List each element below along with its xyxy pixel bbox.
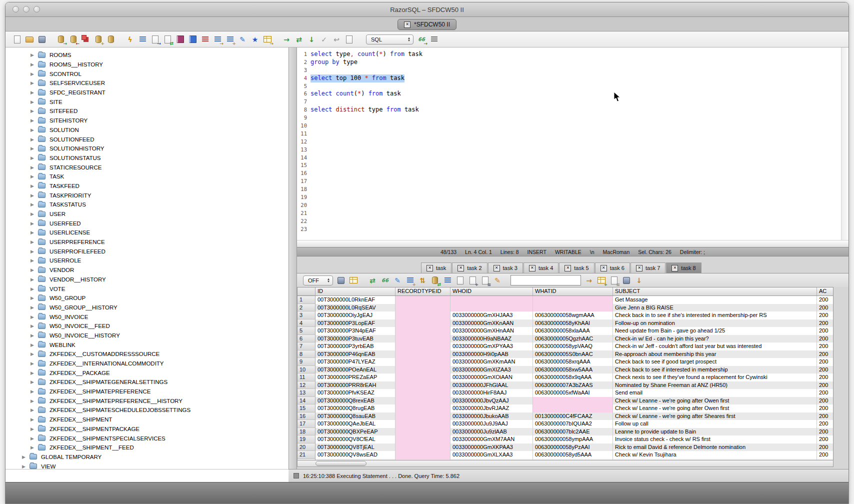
column-header[interactable]: WHOID (450, 288, 533, 296)
query-builder-icon[interactable]: → (213, 35, 222, 44)
tree-item[interactable]: ▶STATICRESOURCE (6, 162, 288, 172)
close-tab-icon[interactable]: ✕ (636, 265, 642, 272)
table-row[interactable]: 500T3000000P3N4pEAF0033000000GmXHnAAN006… (298, 327, 834, 335)
tree-item[interactable]: ▶ROOMS (6, 50, 288, 60)
save-results-icon[interactable] (336, 276, 346, 285)
edit-table-data-icon[interactable] (349, 276, 358, 285)
close-tab-icon[interactable]: ✕ (494, 265, 500, 272)
text-view-icon[interactable] (456, 276, 464, 285)
tree-item[interactable]: ▶VOTE (6, 284, 288, 294)
disclosure-triangle-icon[interactable]: ▶ (30, 184, 36, 188)
tree-item[interactable]: ▶ZKFEDEX__SHIPMENT (6, 415, 288, 424)
disclosure-triangle-icon[interactable]: ▶ (30, 342, 36, 348)
database-tree[interactable]: ▶ROOMS▶ROOMS__HISTORY▶SCONTROL▶SELFSERVI… (6, 48, 288, 469)
insert-row-icon[interactable]: + (406, 276, 414, 285)
new-file-icon[interactable] (12, 35, 22, 44)
column-header[interactable] (298, 288, 316, 296)
table-row[interactable]: 100T3000000L0RknEAFGet Massage200 (298, 296, 834, 304)
limit-select[interactable]: OFF ▲▼ (303, 276, 333, 286)
editor-vscrollbar[interactable] (841, 48, 848, 240)
tree-item[interactable]: ▶SOLUTIONSTATUS (6, 154, 288, 163)
disclosure-triangle-icon[interactable]: ▶ (30, 380, 36, 384)
tree-item[interactable]: ▶ZKFEDEX__PACKAGE (6, 368, 288, 378)
tree-item[interactable]: ▶SOLUTION (6, 126, 288, 135)
column-header[interactable]: SUBJECT (613, 288, 817, 296)
edit-cell-icon[interactable]: ✎ (393, 276, 402, 285)
editor-hscrollbar[interactable] (297, 240, 848, 247)
undo-icon[interactable]: ↩ (332, 35, 341, 44)
table-row[interactable]: 1500T3000000Q8rugEAB0033000000JbvRJAAZCh… (298, 404, 834, 412)
tree-item[interactable]: ▶SOLUTIONFEED (6, 134, 288, 144)
close-window-icon[interactable] (12, 6, 19, 12)
table-row[interactable]: 1700T3000000QAeJbEAL0033000000Ju9J9AAJ00… (298, 420, 834, 428)
execute-all-icon[interactable]: ⇄ (294, 35, 304, 44)
tree-item[interactable]: ▶USER (6, 210, 288, 219)
tree-item[interactable]: ▶VENDOR (6, 266, 288, 275)
edit-sql-icon[interactable]: ✎ (238, 35, 247, 44)
disclosure-triangle-icon[interactable]: ▶ (30, 202, 36, 207)
disclosure-triangle-icon[interactable]: ▶ (30, 352, 36, 356)
close-tab-icon[interactable]: ✕ (672, 265, 678, 272)
tree-item[interactable]: ▶W50_INVOICE__FEED (6, 322, 288, 331)
close-tab-icon[interactable]: ✕ (600, 265, 607, 272)
disconnect-database-icon[interactable]: ← (69, 35, 78, 44)
close-tab-icon[interactable]: ✕ (529, 265, 536, 272)
column-header[interactable]: ID (316, 288, 396, 296)
generate-select-icon[interactable]: 66 (380, 276, 390, 285)
reload-table-icon[interactable]: ⇄ (430, 276, 440, 285)
disclosure-triangle-icon[interactable]: ▶ (30, 156, 36, 160)
tree-item[interactable]: ▶WEBLINK (6, 340, 288, 350)
disclosure-triangle-icon[interactable]: ▶ (30, 80, 36, 86)
result-tab[interactable]: ✕task 6 (595, 262, 630, 273)
disclosure-triangle-icon[interactable]: ▶ (30, 268, 36, 272)
disclosure-triangle-icon[interactable]: ▶ (30, 324, 36, 328)
tree-item[interactable]: ▶TASKFEED (6, 182, 288, 191)
close-tab-icon[interactable]: ✕ (564, 265, 571, 272)
disclosure-triangle-icon[interactable]: ▶ (30, 277, 36, 282)
tree-item[interactable]: ▶USERPREFERENCE (6, 238, 288, 247)
tree-item[interactable]: ▶ZKFEDEX__SHIPMENTSPECIALSERVICES (6, 434, 288, 443)
tree-item[interactable]: ▶VENDOR__HISTORY (6, 275, 288, 284)
disclosure-triangle-icon[interactable]: ▶ (30, 193, 36, 198)
table-row[interactable]: 1000T3000000POeAnEAL0033000000GmXIZAA300… (298, 366, 834, 374)
execute-forward-icon[interactable]: → (282, 35, 291, 44)
open-file-icon[interactable] (25, 35, 34, 44)
result-tab[interactable]: ✕task 2 (452, 262, 487, 273)
tree-item[interactable]: ▶SFDC_REGISTRANT (6, 88, 288, 98)
tree-item[interactable]: ▶ZKFEDEX__SHIPMATEPREFERENCE__HISTORY (6, 396, 288, 406)
tree-item[interactable]: ▶GLOBAL TEMPORARY (6, 452, 288, 462)
disclosure-triangle-icon[interactable]: ▶ (30, 118, 36, 123)
disclosure-triangle-icon[interactable]: ▶ (30, 52, 36, 58)
result-tab[interactable]: ✕task 8 (666, 262, 701, 273)
tree-item[interactable]: ▶TASKPRIORITY (6, 190, 288, 200)
disclosure-triangle-icon[interactable]: ▶ (22, 464, 28, 469)
panel-splitter[interactable] (288, 48, 297, 469)
disclosure-triangle-icon[interactable]: ▶ (30, 296, 36, 300)
tree-item[interactable]: ▶USERPROFILEFEED (6, 246, 288, 256)
disclosure-triangle-icon[interactable]: ▶ (30, 221, 36, 226)
table-row[interactable]: 1600T3000000Q8sauEAB0033000000JbukoAAB00… (298, 412, 834, 420)
table-row[interactable]: 2100T3000000QV8wsEAD0033000000GmXLXAA300… (298, 451, 834, 459)
add-query-icon[interactable]: + (226, 35, 234, 44)
sql-editor[interactable]: 1select type, count(*) from task2group b… (297, 48, 848, 240)
tree-item[interactable]: ▶ZKFEDEX__CUSTOMADDRESSSOURCE (6, 350, 288, 359)
goto-statement-icon[interactable]: 66→ (417, 35, 426, 44)
table-row[interactable]: 400T3000000P3LopEAF0033000000GmXKnAAN006… (298, 320, 834, 328)
results-hscroll-thumb[interactable] (316, 461, 366, 466)
tree-item[interactable]: ▶ZKFEDEX__SHIPMENTPACKAGE (6, 424, 288, 434)
sort-rows-icon[interactable]: ⇅ (418, 276, 427, 285)
copy-with-headers-icon[interactable]: ≡ (480, 276, 490, 285)
copy-results-icon[interactable]: + (468, 276, 477, 285)
disclosure-triangle-icon[interactable]: ▶ (30, 426, 36, 432)
disclosure-triangle-icon[interactable]: ▶ (30, 333, 36, 338)
tree-item[interactable]: ▶W50_GROUP__HISTORY (6, 303, 288, 312)
sql-history-icon[interactable] (176, 35, 184, 44)
disclosure-triangle-icon[interactable]: ▶ (30, 370, 36, 376)
table-row[interactable]: 1200T3000000PRR8rEAH0033000000JFhGlAAL00… (298, 382, 834, 390)
table-row[interactable]: 300T3000000OiyJgEAJ0033000000GmXHJAA3006… (298, 312, 834, 320)
schema-list-icon[interactable] (200, 35, 210, 44)
result-tab[interactable]: ✕task (421, 262, 452, 273)
table-row[interactable]: 200T3000000L0RqSEAVGive Jenn a BIG RAISE… (298, 304, 834, 312)
sql-mode-select[interactable]: SQL ▲▼ (366, 34, 414, 44)
tree-item[interactable]: ▶SITE (6, 97, 288, 106)
